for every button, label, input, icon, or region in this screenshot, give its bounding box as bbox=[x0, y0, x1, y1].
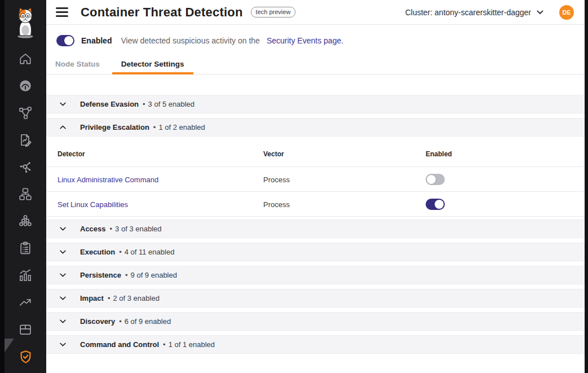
category-name: Access bbox=[80, 225, 106, 233]
detector-row: Linux Administrative CommandProcess bbox=[46, 167, 585, 192]
bullet-separator: • bbox=[108, 294, 110, 302]
category-name: Privilege Escalation bbox=[80, 123, 149, 131]
top-bar: Container Threat Detection tech preview … bbox=[46, 0, 585, 25]
tab-bar: Node Status Detector Settings bbox=[46, 56, 585, 74]
app-window: Container Threat Detection tech preview … bbox=[0, 0, 588, 373]
category-enabled-count: 2 of 3 enabled bbox=[113, 294, 159, 302]
cluster-selector[interactable]: Cluster: antony-scarerskitter-dagger bbox=[405, 8, 543, 17]
corner-fold-decoration bbox=[5, 339, 14, 352]
category-enabled-count: 3 of 3 enabled bbox=[115, 225, 161, 233]
sidebar-item-graph-icon[interactable] bbox=[5, 153, 46, 181]
category-enabled-count: 1 of 2 enabled bbox=[158, 123, 205, 131]
detector-link[interactable]: Linux Administrative Command bbox=[58, 175, 158, 184]
category-enabled-count: 9 of 9 enabled bbox=[131, 271, 177, 279]
chevron-down-icon bbox=[59, 340, 67, 349]
tab-detector-settings[interactable]: Detector Settings bbox=[112, 60, 193, 74]
left-edge-strip bbox=[0, 0, 5, 373]
tab-node-status[interactable]: Node Status bbox=[46, 60, 109, 74]
detection-enabled-toggle[interactable] bbox=[56, 35, 74, 46]
detector-table: Detector Vector Enabled Linux Administra… bbox=[46, 141, 585, 217]
category-enabled-count: 1 of 1 enabled bbox=[169, 340, 215, 349]
detector-settings-panel: Defense Evasion • 3 of 5 enabled Privile… bbox=[46, 74, 585, 373]
category-accordion-row[interactable]: Discovery • 6 of 9 enabled bbox=[46, 312, 585, 331]
sidebar-item-analytics-icon[interactable] bbox=[5, 262, 46, 289]
sidebar-item-topology-icon[interactable] bbox=[5, 99, 46, 126]
detector-enabled-toggle[interactable] bbox=[426, 174, 445, 185]
enabled-label: Enabled bbox=[81, 36, 112, 45]
chevron-down-icon bbox=[59, 248, 67, 256]
column-header-enabled: Enabled bbox=[426, 150, 573, 158]
category-accordion-row[interactable]: Access • 3 of 3 enabled bbox=[46, 220, 585, 238]
user-avatar[interactable]: DE bbox=[559, 5, 574, 20]
sidebar-item-report-icon[interactable] bbox=[5, 126, 46, 153]
chevron-up-icon bbox=[59, 123, 67, 131]
category-accordion-row[interactable]: Privilege Escalation • 1 of 2 enabled bbox=[46, 118, 585, 137]
category-name: Persistence bbox=[80, 271, 121, 279]
detector-row: Set Linux CapabilitiesProcess bbox=[46, 192, 585, 217]
category-name: Impact bbox=[80, 294, 104, 302]
bullet-separator: • bbox=[153, 123, 156, 131]
bullet-separator: • bbox=[125, 271, 128, 279]
category-accordion-row[interactable]: Defense Evasion • 3 of 5 enabled bbox=[46, 95, 585, 113]
security-events-link[interactable]: Security Events page. bbox=[267, 36, 343, 45]
category-accordion-row[interactable]: Impact • 2 of 3 enabled bbox=[46, 289, 585, 308]
chevron-down-icon bbox=[59, 271, 67, 279]
sidebar-item-trend-up-icon[interactable] bbox=[5, 289, 46, 316]
enabled-description: View detected suspicious activity on the bbox=[121, 36, 259, 45]
cluster-selector-label: Cluster: antony-scarerskitter-dagger bbox=[405, 8, 531, 17]
sidebar bbox=[5, 0, 46, 373]
category-enabled-count: 4 of 11 enabled bbox=[125, 248, 175, 256]
category-accordion-row[interactable]: Execution • 4 of 11 enabled bbox=[46, 243, 585, 261]
category-name: Command and Control bbox=[80, 340, 159, 349]
detector-table-header: Detector Vector Enabled bbox=[46, 141, 585, 167]
category-list: Defense Evasion • 3 of 5 enabled Privile… bbox=[46, 95, 585, 354]
category-enabled-count: 3 of 5 enabled bbox=[148, 100, 194, 108]
category-accordion-row[interactable]: Persistence • 9 of 9 enabled bbox=[46, 266, 585, 284]
chevron-down-icon bbox=[59, 294, 67, 302]
main-area: Container Threat Detection tech preview … bbox=[46, 0, 585, 373]
chevron-down-icon bbox=[537, 10, 543, 15]
category-name: Discovery bbox=[80, 317, 115, 326]
detector-vector: Process bbox=[263, 175, 290, 184]
category-enabled-count: 6 of 9 enabled bbox=[125, 317, 171, 326]
detector-link[interactable]: Set Linux Capabilities bbox=[58, 200, 128, 209]
sidebar-item-gauge-icon[interactable] bbox=[5, 72, 46, 99]
bullet-separator: • bbox=[143, 100, 145, 108]
sidebar-item-sitemap-icon[interactable] bbox=[5, 181, 46, 208]
bullet-separator: • bbox=[110, 225, 113, 233]
category-name: Execution bbox=[80, 248, 115, 256]
right-edge-strip bbox=[585, 0, 588, 373]
sidebar-item-cluster-icon[interactable] bbox=[5, 208, 46, 235]
column-header-vector: Vector bbox=[263, 150, 426, 158]
bullet-separator: • bbox=[119, 317, 122, 326]
detector-enabled-toggle[interactable] bbox=[426, 199, 445, 210]
hamburger-menu-icon[interactable] bbox=[56, 5, 68, 20]
chevron-down-icon bbox=[59, 225, 67, 233]
category-accordion-row[interactable]: Command and Control • 1 of 1 enabled bbox=[46, 335, 585, 354]
sidebar-item-checklist-icon[interactable] bbox=[5, 235, 46, 262]
bullet-separator: • bbox=[163, 340, 166, 349]
enable-row: Enabled View detected suspicious activit… bbox=[46, 25, 585, 46]
category-name: Defense Evasion bbox=[80, 100, 139, 108]
sidebar-item-home-icon[interactable] bbox=[5, 45, 46, 72]
page-title: Container Threat Detection bbox=[81, 5, 243, 20]
detector-vector: Process bbox=[263, 200, 290, 209]
tech-preview-badge: tech preview bbox=[251, 7, 296, 17]
chevron-down-icon bbox=[59, 100, 67, 108]
sidebar-nav bbox=[5, 45, 46, 370]
chevron-down-icon bbox=[59, 317, 67, 326]
cat-logo[interactable] bbox=[13, 5, 38, 41]
column-header-detector: Detector bbox=[58, 150, 263, 158]
bullet-separator: • bbox=[119, 248, 122, 256]
sub-header: Enabled View detected suspicious activit… bbox=[46, 25, 585, 74]
